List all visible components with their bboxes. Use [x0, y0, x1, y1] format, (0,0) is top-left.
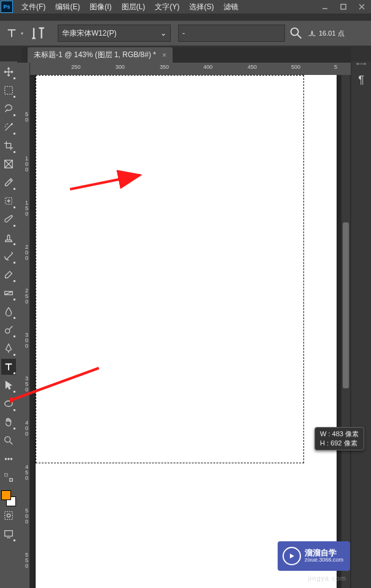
app-logo: Ps	[1, 1, 13, 13]
ruler-vertical[interactable]: 5 0 1 0 0 1 5 0 2 0 0 2 5 0 3 0 0 3 5 0 …	[17, 63, 30, 588]
menu-select[interactable]: 选择(S)	[184, 0, 219, 14]
close-window-button[interactable]	[353, 0, 371, 14]
marquee-tool[interactable]	[1, 82, 16, 98]
canvas-area[interactable]	[29, 75, 351, 588]
chevron-down-icon[interactable]: ▾	[21, 31, 23, 36]
right-panel-collapsed[interactable]: ¶	[351, 61, 371, 588]
watermark-url: zixue.3066.com	[305, 557, 343, 563]
edit-toolbar[interactable]	[1, 469, 16, 485]
tooltip-h-label: H :	[320, 439, 329, 447]
svg-point-12	[6, 329, 10, 333]
hand-tool[interactable]	[1, 414, 16, 430]
ruler-horizontal[interactable]: 250 300 350 400 450 500 5	[29, 63, 351, 76]
svg-point-16	[5, 458, 6, 460]
text-orientation-toggle[interactable]	[29, 25, 47, 42]
brush-tool[interactable]	[1, 211, 16, 227]
menubar: Ps 文件(F) 编辑(E) 图像(I) 图层(L) 文字(Y) 选择(S) 滤…	[0, 0, 371, 14]
blur-tool[interactable]	[1, 304, 16, 319]
watermark-brand: 溜溜自学	[305, 549, 343, 557]
eraser-tool[interactable]	[1, 267, 16, 283]
svg-point-13	[5, 401, 13, 407]
paragraph-panel-icon[interactable]: ¶	[351, 74, 371, 87]
close-tab-icon[interactable]: ×	[162, 51, 166, 60]
text-box-marquee[interactable]	[36, 75, 304, 463]
svg-marker-27	[364, 63, 366, 65]
tooltip-w-label: W :	[320, 430, 330, 437]
dodge-tool[interactable]	[1, 322, 16, 338]
ruler-v-tick: 2 0 0	[18, 245, 28, 261]
menu-file[interactable]: 文件(F)	[17, 0, 50, 14]
svg-rect-21	[5, 512, 13, 520]
svg-rect-19	[5, 474, 8, 477]
menu-edit[interactable]: 编辑(E)	[50, 0, 85, 14]
ruler-v-tick: 3 0 0	[18, 332, 28, 349]
play-icon	[283, 547, 301, 565]
ruler-h-tick: 300	[115, 64, 125, 70]
crop-tool[interactable]	[1, 138, 16, 154]
ruler-v-tick: 5 0 0	[18, 508, 28, 525]
healing-brush-tool[interactable]	[1, 193, 16, 209]
shape-tool[interactable]	[1, 396, 16, 412]
ruler-v-tick: 3 5 0	[18, 376, 28, 393]
font-style-value: -	[182, 29, 185, 37]
menu-filter[interactable]: 滤镜	[219, 0, 243, 14]
search-fonts-icon[interactable]	[289, 26, 303, 41]
menu-layer[interactable]: 图层(L)	[117, 0, 150, 14]
svg-point-17	[8, 458, 9, 460]
font-style-select[interactable]: -	[178, 25, 285, 42]
document-tab[interactable]: 未标题-1 @ 143% (图层 1, RGB/8#) * ×	[28, 47, 173, 63]
frame-tool[interactable]	[1, 156, 16, 172]
svg-rect-6	[5, 87, 13, 95]
font-size-icon	[307, 28, 317, 38]
ruler-v-tick: 1 5 0	[18, 200, 28, 217]
path-selection-tool[interactable]	[1, 377, 16, 393]
clone-stamp-tool[interactable]	[1, 230, 16, 246]
tooltip-w-unit: 像素	[345, 430, 359, 437]
menu-image[interactable]: 图像(I)	[85, 0, 116, 14]
ruler-v-tick: 2 5 0	[18, 288, 28, 305]
minimize-button[interactable]	[316, 0, 334, 14]
font-size-value[interactable]: 16.01	[319, 29, 336, 37]
watermark-badge: 溜溜自学 zixue.3066.com	[278, 541, 350, 571]
history-brush-tool[interactable]	[1, 248, 16, 264]
pen-tool[interactable]	[1, 340, 16, 356]
screen-mode-toggle[interactable]	[1, 526, 16, 542]
quick-mask-toggle[interactable]	[1, 508, 16, 523]
tools-panel	[0, 61, 18, 588]
tool-preset-type[interactable]	[4, 25, 20, 41]
maximize-button[interactable]	[334, 0, 353, 14]
magic-wand-tool[interactable]	[1, 119, 16, 135]
vertical-scrollbar[interactable]	[342, 75, 350, 588]
more-tools[interactable]	[1, 451, 16, 467]
svg-rect-23	[5, 531, 13, 536]
font-size-unit: 点	[338, 29, 345, 38]
menu-type[interactable]: 文字(Y)	[150, 0, 184, 14]
type-tool[interactable]	[1, 359, 16, 375]
ruler-h-tick: 500	[291, 64, 300, 70]
font-family-value: 华康宋体W12(P)	[62, 28, 117, 39]
color-swatches[interactable]	[1, 490, 16, 506]
foreground-color-swatch[interactable]	[1, 490, 11, 500]
eyedropper-tool[interactable]	[1, 174, 16, 190]
tooltip-h-unit: 像素	[344, 439, 357, 447]
svg-line-15	[10, 442, 12, 445]
window-controls	[316, 0, 371, 14]
zoom-tool[interactable]	[1, 433, 16, 449]
chevron-down-icon: ⌄	[160, 29, 166, 37]
watermark-faint-text: jingya com	[308, 574, 346, 582]
svg-marker-26	[356, 63, 358, 65]
svg-point-22	[7, 514, 10, 517]
ruler-v-tick: 5 5 0	[18, 552, 28, 569]
ruler-v-tick: 5 0	[18, 112, 28, 123]
svg-rect-20	[10, 479, 12, 482]
document-tabbar: 未标题-1 @ 143% (图层 1, RGB/8#) * ×	[21, 47, 351, 63]
vertical-scroll-thumb[interactable]	[343, 222, 349, 388]
svg-marker-32	[290, 554, 294, 559]
move-tool[interactable]	[1, 64, 16, 80]
font-family-select[interactable]: 华康宋体W12(P) ⌄	[58, 25, 171, 42]
gradient-tool[interactable]	[1, 285, 16, 301]
ruler-h-tick: 400	[203, 64, 213, 70]
ruler-h-tick: 5	[334, 64, 337, 70]
ruler-v-tick: 1 0 0	[18, 156, 28, 173]
lasso-tool[interactable]	[1, 101, 16, 117]
